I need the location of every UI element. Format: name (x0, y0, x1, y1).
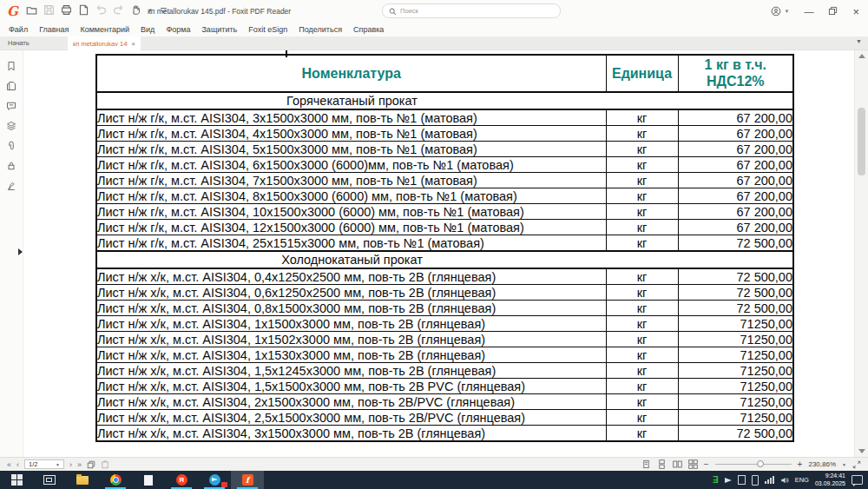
last-page-icon[interactable]: » (77, 459, 82, 470)
cell-unit: кг (606, 285, 678, 301)
clock[interactable]: 9:24:41 03.09.2025 (815, 472, 845, 488)
prev-page-icon[interactable]: ‹ (16, 459, 19, 470)
tab-close-icon[interactable]: × (131, 40, 135, 48)
search-input[interactable]: Поиск (382, 3, 561, 18)
menu-item-6[interactable]: Защитить (201, 25, 237, 34)
maximize-button[interactable] (828, 3, 838, 19)
table-row[interactable]: Лист н/ж х/к, м.ст. AISI304, 1х1530х3000… (96, 347, 793, 363)
next-page-icon[interactable]: › (69, 459, 72, 470)
close-button[interactable]: × (852, 5, 859, 18)
scroll-down-icon[interactable] (858, 449, 865, 453)
table-row[interactable]: Лист н/ж г/к, м.ст. AISI304, 3х1500х3000… (96, 109, 793, 126)
language-indicator[interactable]: ENG (795, 476, 809, 484)
cell-price: 72 500,00 (678, 301, 793, 316)
menu-item-8[interactable]: Поделиться (299, 25, 342, 34)
zoom-out-icon[interactable]: − (704, 459, 709, 469)
telegram-button[interactable] (198, 471, 231, 489)
continuous-icon[interactable] (657, 457, 667, 472)
fullscreen-icon[interactable] (852, 457, 861, 472)
tray-phone-icon[interactable] (752, 475, 759, 486)
zoom-in-icon[interactable]: + (798, 459, 803, 469)
table-row[interactable]: Лист н/ж г/к, м.ст. AISI304, 8х1500х3000… (96, 188, 793, 204)
zoom-level-value[interactable]: 230,86% (808, 460, 836, 468)
notepad-button[interactable] (132, 471, 165, 489)
save-icon[interactable] (43, 4, 55, 16)
table-row[interactable]: Лист н/ж х/к, м.ст. AISI304, 0,6х1250х25… (96, 285, 793, 301)
signature-icon[interactable] (6, 181, 16, 191)
tray-green-icon[interactable]: Ǝ (713, 475, 719, 485)
file-explorer-button[interactable] (66, 471, 99, 489)
panel-expander-icon[interactable] (18, 248, 23, 255)
tab-start[interactable]: Начать (0, 36, 62, 50)
table-row[interactable]: Лист н/ж г/к, м.ст. AISI304, 6х1500х3000… (96, 157, 793, 173)
table-row[interactable]: Лист н/ж х/к, м.ст. AISI304, 1,5х1245х30… (96, 363, 793, 379)
scroll-up-icon[interactable] (858, 54, 865, 58)
yandex-button[interactable]: Я (165, 471, 198, 489)
tray-device-icon[interactable] (738, 475, 746, 485)
menu-item-9[interactable]: Справка (353, 25, 384, 34)
cell-unit: кг (606, 301, 678, 316)
comment-icon[interactable] (6, 101, 16, 111)
facing-icon[interactable] (673, 457, 682, 472)
undo-icon (95, 4, 107, 16)
menu-item-2[interactable]: Главная (39, 25, 69, 34)
network-icon[interactable] (765, 476, 774, 484)
table-row[interactable]: Лист н/ж г/к, м.ст. AISI304, 10х1500х300… (96, 204, 793, 220)
table-row[interactable]: Лист н/ж х/к, м.ст. AISI304, 2,5х1500х30… (96, 410, 793, 426)
facing-continuous-icon[interactable] (688, 457, 698, 472)
table-row[interactable]: Лист н/ж х/к, м.ст. AISI304, 1,5х1500х30… (96, 379, 793, 394)
cell-unit: кг (606, 394, 678, 410)
table-row[interactable]: Лист н/ж г/к, м.ст. AISI304, 5х1500х3000… (96, 142, 793, 157)
table-row[interactable]: Лист н/ж х/к, м.ст. AISI304, 3х1500х3000… (96, 426, 793, 442)
table-row[interactable]: Лист н/ж х/к, м.ст. AISI304, 0,4х1250х25… (96, 268, 793, 285)
scrollbar-thumb[interactable] (858, 108, 865, 175)
pages-icon[interactable] (6, 81, 16, 91)
hand-tool-icon[interactable] (130, 4, 141, 16)
page-number-input[interactable]: 1/2 ▼ (24, 459, 64, 469)
tab-document[interactable]: кп metallorukav 145... × (68, 36, 141, 50)
bookmark-icon[interactable] (6, 61, 16, 71)
minimize-button[interactable]: — (804, 5, 813, 18)
table-row[interactable]: Лист н/ж х/к, м.ст. AISI304, 2х1500х3000… (96, 394, 793, 410)
table-row[interactable]: Лист н/ж х/к, м.ст. AISI304, 1х1502х3000… (96, 332, 793, 347)
start-button[interactable] (0, 471, 33, 489)
action-center-icon[interactable] (852, 475, 863, 485)
cell-unit: кг (606, 142, 678, 157)
table-row[interactable]: Лист н/ж х/к, м.ст. AISI304, 0,8х1500х30… (96, 301, 793, 316)
export-icon[interactable] (78, 4, 89, 16)
layers-icon[interactable] (6, 121, 16, 131)
table-row[interactable]: Лист н/ж г/к, м.ст. AISI304, 25х1515х300… (96, 235, 793, 252)
zoom-slider[interactable] (715, 464, 792, 465)
toolbar-collapse-icon[interactable]: ▼ (856, 38, 862, 44)
cell-unit: кг (606, 426, 678, 442)
single-page-icon[interactable] (641, 457, 651, 472)
print-icon[interactable] (61, 4, 72, 16)
table-row[interactable]: Лист н/ж г/к, м.ст. AISI304, 7х1500х3000… (96, 173, 793, 188)
chrome-button[interactable] (99, 471, 132, 489)
cell-unit: кг (606, 316, 678, 332)
window-title: кп metallorukav 145.pdf - Foxit PDF Read… (148, 7, 291, 16)
zoom-caret-icon[interactable]: ▼ (842, 462, 846, 467)
tab-bar: Начать кп metallorukav 145... × ▼ (0, 36, 868, 50)
open-icon[interactable] (26, 4, 37, 16)
volume-icon[interactable] (780, 472, 789, 488)
snapshot-icon[interactable] (87, 457, 95, 472)
attachment-icon[interactable] (6, 141, 16, 151)
tray-plane-icon[interactable] (725, 478, 732, 483)
task-view-button[interactable] (33, 471, 66, 489)
zoom-slider-thumb[interactable] (757, 460, 764, 467)
security-icon[interactable] (6, 161, 16, 171)
menu-item-1[interactable]: Файл (9, 25, 28, 34)
vertical-scrollbar[interactable] (854, 50, 868, 457)
menu-item-3[interactable]: Комментарий (80, 25, 129, 34)
foxit-taskbar-button[interactable]: f (231, 471, 264, 489)
menu-item-4[interactable]: Вид (141, 25, 155, 34)
account-button[interactable]: ▼ (771, 6, 789, 17)
menu-item-7[interactable]: Foxit eSign (248, 25, 287, 34)
menu-item-5[interactable]: Форма (166, 25, 190, 34)
first-page-icon[interactable]: « (7, 459, 11, 470)
table-row[interactable]: Лист н/ж х/к, м.ст. AISI304, 1х1500х3000… (96, 316, 793, 332)
clipboard-icon[interactable] (101, 457, 109, 472)
table-row[interactable]: Лист н/ж г/к, м.ст. AISI304, 12х1500х300… (96, 220, 793, 235)
table-row[interactable]: Лист н/ж г/к, м.ст. AISI304, 4х1500х3000… (96, 126, 793, 142)
